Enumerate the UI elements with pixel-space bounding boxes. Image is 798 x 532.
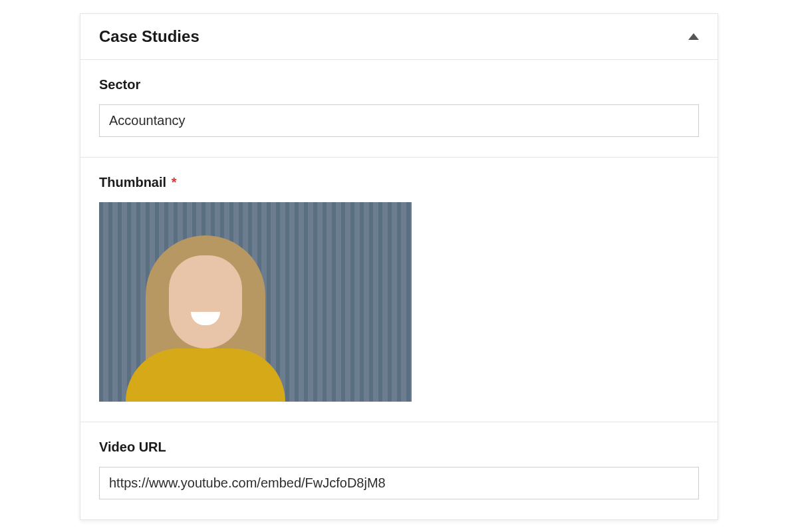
sector-input[interactable]: [99, 104, 699, 137]
video-url-section: Video URL: [80, 422, 718, 519]
thumbnail-section: Thumbnail *: [80, 158, 718, 422]
thumbnail-image[interactable]: [99, 202, 412, 402]
face-shape: [169, 255, 242, 348]
panel-title: Case Studies: [99, 27, 200, 46]
required-asterisk: *: [172, 175, 177, 190]
sector-label: Sector: [99, 77, 699, 92]
video-url-input[interactable]: [99, 467, 699, 499]
panel-header[interactable]: Case Studies: [80, 14, 718, 60]
case-studies-panel: Case Studies Sector Thumbnail * Video UR…: [80, 13, 718, 520]
thumbnail-label-text: Thumbnail: [99, 175, 166, 190]
thumbnail-person: [119, 229, 292, 402]
collapse-up-icon[interactable]: [688, 33, 699, 40]
video-url-label: Video URL: [99, 440, 699, 455]
sector-section: Sector: [80, 60, 718, 158]
thumbnail-label: Thumbnail *: [99, 175, 699, 190]
